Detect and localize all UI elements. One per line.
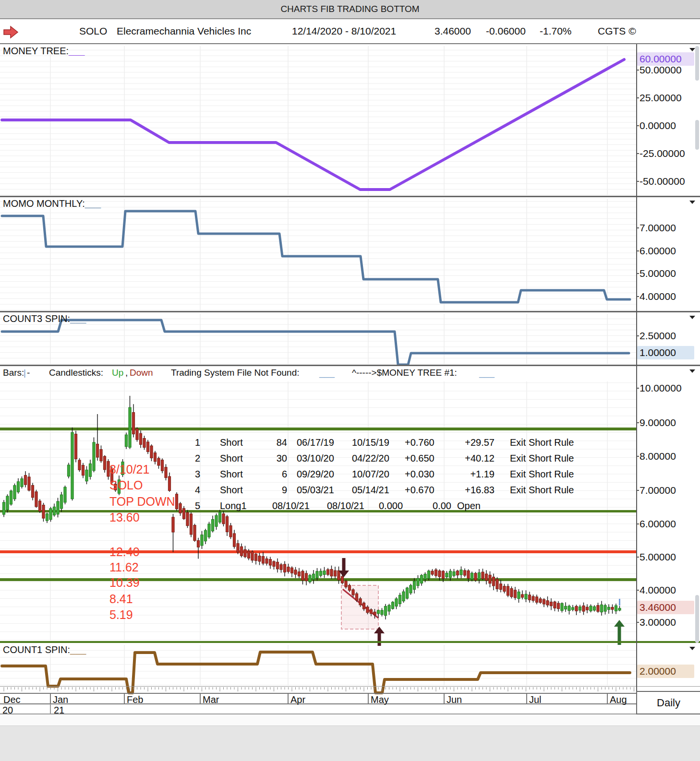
money-tree-label: MONEY TREE:___ [3, 46, 84, 57]
candlestick [46, 514, 48, 521]
candlestick [143, 439, 145, 448]
price-legend-item-3: Candlesticks: [49, 368, 103, 378]
candlestick [197, 540, 199, 547]
candlestick [222, 514, 225, 524]
candlestick [96, 444, 98, 457]
candlestick [262, 557, 264, 563]
trade-table-cell-entry: 05/03/21 [297, 485, 350, 496]
candlestick [611, 607, 614, 610]
trade-table-cell-num: 4 [195, 485, 209, 496]
candlestick [525, 594, 527, 599]
axis-tick-label: 60.00000 [640, 53, 682, 65]
trade-table-cell-bars: 84 [268, 437, 287, 448]
candlestick [89, 464, 91, 476]
axis-scroll-hint[interactable] [695, 120, 699, 150]
candlestick [237, 544, 239, 552]
price-axis-menu-arrow[interactable] [689, 369, 695, 373]
candlestick [100, 450, 102, 461]
axis-tick-label: 5.00000 [640, 268, 676, 279]
candlestick [201, 535, 203, 546]
fib-annotation: 12.40 [109, 545, 140, 559]
axis-tick-label: 4.00000 [640, 291, 676, 302]
axis-tick-label: 8.00000 [640, 451, 676, 462]
candlestick [410, 585, 412, 593]
candlestick [424, 574, 426, 579]
candlestick [554, 602, 556, 608]
axis-tick-label: 10.00000 [640, 382, 682, 394]
momo-monthly-value-blank: ___ [85, 198, 101, 209]
candlestick [326, 570, 329, 574]
axis-tick-label: 0.00000 [640, 120, 676, 131]
candlestick [518, 592, 520, 598]
money-tree-value-blank: ___ [69, 46, 84, 56]
candlestick [420, 575, 422, 583]
trade-table-cell-side: Short [220, 469, 266, 480]
count3-spin-axis-menu-arrow[interactable] [689, 316, 695, 319]
fib-annotation: 13.60 [109, 511, 140, 524]
candlestick [280, 565, 282, 570]
axis-scroll-hint[interactable] [695, 46, 699, 81]
trade-table-cell-exit: 04/22/20 [352, 453, 405, 464]
candlestick [190, 514, 192, 535]
candlestick [247, 551, 250, 558]
candlestick [132, 413, 134, 434]
candlestick [93, 442, 95, 471]
price-legend-item-4: Up [112, 368, 123, 378]
fib-annotation: TOP DOWN [109, 495, 175, 509]
momo-monthly-axis-menu-arrow[interactable] [689, 201, 695, 204]
candlestick [258, 556, 261, 561]
candlestick [453, 571, 455, 575]
timeframe-selector[interactable]: Daily [636, 691, 700, 714]
candlestick [395, 599, 398, 606]
axis-tick-label: 7.00000 [640, 485, 676, 496]
axis-scroll-hint[interactable] [695, 595, 699, 643]
candlestick [233, 534, 235, 547]
candlestick [193, 525, 196, 541]
axis-tick-label: -25.00000 [640, 148, 685, 159]
candlestick [172, 517, 174, 532]
arrow-stem [342, 558, 346, 571]
money-tree-axis-menu-arrow[interactable] [689, 48, 695, 51]
candlestick [352, 590, 354, 595]
candlestick [283, 564, 286, 572]
candlestick [398, 595, 401, 604]
axis-tick-label: 3.00000 [640, 617, 676, 628]
panel-separator [0, 196, 700, 197]
trade-table-cell-percent: +16.83 [453, 485, 495, 496]
count1-spin-axis-menu-arrow[interactable] [689, 647, 695, 650]
candlestick [590, 606, 592, 611]
month-label-aug: Aug [610, 694, 627, 705]
count1-spin-title: COUNT1 SPIN: [3, 644, 70, 655]
panel-separator [0, 686, 700, 687]
trade-table-cell-points: +0.030 [405, 469, 446, 480]
candlestick [298, 572, 300, 576]
axis-tick-label: 2.00000 [640, 666, 676, 677]
candlestick [427, 571, 430, 579]
candlestick [74, 434, 77, 459]
candlestick [550, 602, 552, 606]
fib-annotation: 11.62 [109, 560, 139, 574]
candlestick [586, 607, 588, 610]
candlestick [103, 456, 106, 470]
trade-table-cell-points: 0.000 [379, 500, 417, 511]
axis-tick-label: 5.00000 [640, 551, 676, 563]
charting-app-window: CHARTS FIB TRADING BOTTOM SOLO Elecramec… [0, 0, 700, 761]
candlestick [471, 573, 473, 579]
candlestick [507, 586, 509, 595]
candlestick [543, 599, 545, 604]
candlestick [499, 584, 502, 590]
trade-table-cell-exit: 10/15/19 [352, 437, 405, 448]
candlestick [557, 603, 559, 609]
candlestick [521, 595, 523, 597]
candlestick [510, 588, 513, 596]
price-legend-item-7: Trading System File Not Found: [171, 368, 300, 378]
candlestick [35, 492, 37, 507]
horizontal-scrollbar[interactable] [0, 714, 700, 726]
candlestick [218, 512, 221, 522]
candlestick [208, 524, 210, 537]
candlestick [229, 525, 232, 537]
trade-table-cell-percent: 0.00 [422, 500, 451, 511]
panel-separator [0, 641, 700, 643]
fib-annotation: 8/10/21 [109, 463, 149, 476]
price-legend-item-0: Bars: [3, 368, 24, 378]
